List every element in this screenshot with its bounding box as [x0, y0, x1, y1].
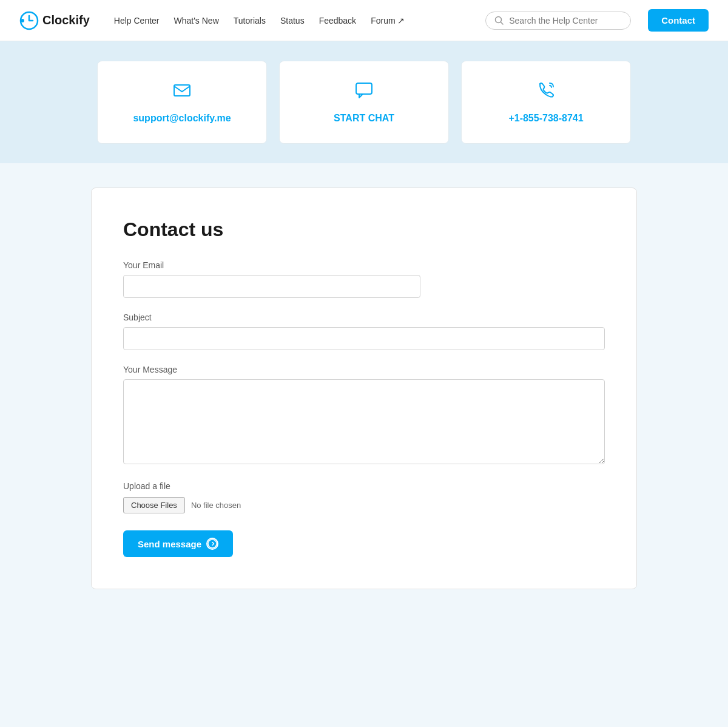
send-button-label: Send message — [138, 539, 201, 549]
nav-forum[interactable]: Forum ↗ — [371, 16, 405, 25]
upload-label: Upload a file — [123, 481, 605, 491]
form-title: Contact us — [123, 218, 605, 241]
navbar: Clockify Help Center What's New Tutorial… — [0, 0, 728, 41]
svg-rect-4 — [174, 85, 190, 96]
choose-files-button[interactable]: Choose Files — [123, 497, 185, 513]
send-message-button[interactable]: Send message — [123, 530, 233, 557]
subject-group: Subject — [123, 313, 605, 350]
email-label: support@clockify.me — [133, 113, 231, 124]
subject-input[interactable] — [123, 327, 605, 350]
message-textarea[interactable] — [123, 379, 605, 464]
file-input-row: Choose Files No file chosen — [123, 497, 605, 513]
logo-text: Clockify — [42, 13, 90, 27]
clockify-logo-icon — [19, 11, 39, 30]
nav-status[interactable]: Status — [280, 16, 305, 25]
contact-cards-section: support@clockify.me START CHAT +1-855-73… — [0, 41, 728, 163]
form-section: Contact us Your Email Subject Your Messa… — [0, 163, 728, 626]
subject-label: Subject — [123, 313, 605, 322]
phone-icon — [536, 81, 556, 104]
send-button-icon — [206, 538, 218, 550]
svg-line-3 — [501, 22, 504, 24]
contact-button[interactable]: Contact — [648, 9, 709, 32]
email-group: Your Email — [123, 260, 605, 298]
nav-whats-new[interactable]: What's New — [174, 16, 219, 25]
search-input[interactable] — [509, 16, 622, 25]
chat-label: START CHAT — [334, 113, 394, 124]
no-file-text: No file chosen — [191, 501, 241, 510]
email-card[interactable]: support@clockify.me — [97, 61, 267, 144]
nav-help-center[interactable]: Help Center — [114, 16, 160, 25]
svg-rect-5 — [356, 83, 372, 94]
search-box — [485, 12, 631, 30]
email-input[interactable] — [123, 275, 420, 298]
svg-point-1 — [21, 19, 24, 22]
chat-card[interactable]: START CHAT — [279, 61, 449, 144]
email-icon — [172, 81, 192, 104]
message-label: Your Message — [123, 365, 605, 374]
message-group: Your Message — [123, 365, 605, 467]
upload-section: Upload a file Choose Files No file chose… — [123, 481, 605, 513]
phone-label: +1-855-738-8741 — [508, 113, 583, 124]
nav-links: Help Center What's New Tutorials Status … — [114, 16, 468, 25]
email-label: Your Email — [123, 260, 605, 270]
nav-feedback[interactable]: Feedback — [319, 16, 356, 25]
logo[interactable]: Clockify — [19, 11, 90, 30]
contact-form-card: Contact us Your Email Subject Your Messa… — [91, 188, 637, 589]
chat-icon — [354, 81, 374, 104]
search-icon — [494, 16, 504, 25]
phone-card[interactable]: +1-855-738-8741 — [461, 61, 631, 144]
svg-point-6 — [208, 539, 217, 548]
nav-tutorials[interactable]: Tutorials — [234, 16, 266, 25]
